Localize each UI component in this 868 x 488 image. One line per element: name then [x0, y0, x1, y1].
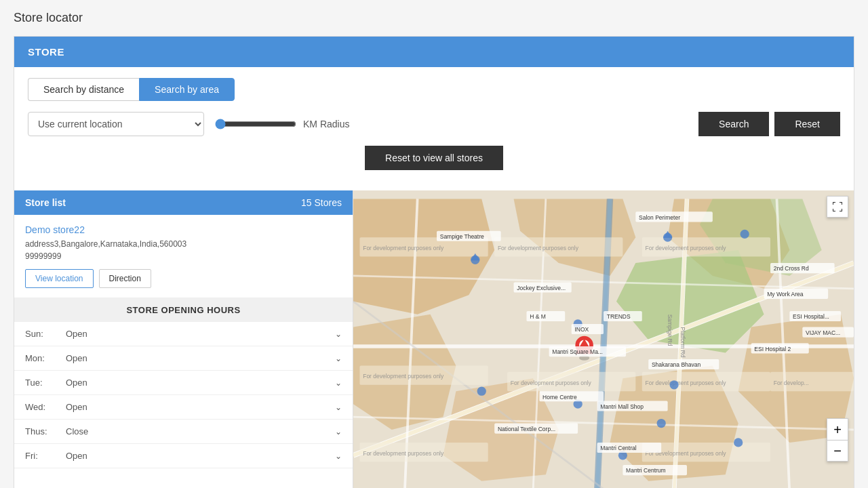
search-reset-buttons: Search Reset [698, 112, 840, 136]
svg-text:For development purposes only: For development purposes only [498, 245, 579, 251]
svg-point-51 [669, 380, 678, 389]
hours-status-mon: Open [66, 353, 335, 363]
zoom-out-button[interactable]: − [827, 440, 848, 462]
svg-point-50 [734, 438, 743, 447]
svg-text:ESI Hospital...: ESI Hospital... [793, 313, 829, 320]
reset-all-button[interactable]: Reset to view all stores [365, 146, 503, 170]
hours-status-sun: Open [66, 329, 335, 339]
svg-text:Home Centre: Home Centre [542, 394, 577, 401]
hours-day-mon: Mon: [25, 353, 66, 363]
location-row: Use current location KM Radius Search Re… [28, 112, 840, 136]
hours-row-thus[interactable]: Thus: Close ⌄ [14, 420, 353, 444]
svg-text:For development purposes only: For development purposes only [363, 450, 444, 457]
map-zoom-controls: + − [827, 418, 848, 462]
radius-slider[interactable] [215, 119, 296, 129]
svg-text:Sampige Rd: Sampige Rd [667, 314, 673, 346]
store-actions: View location Direction [25, 269, 342, 288]
zoom-in-button[interactable]: + [827, 418, 848, 440]
hours-day-wed: Wed: [25, 402, 66, 412]
reset-all-row: Reset to view all stores [28, 146, 840, 180]
store-count: 15 Stores [301, 197, 342, 208]
svg-text:For development purposes only: For development purposes only [363, 245, 444, 251]
chevron-down-icon-wed: ⌄ [335, 403, 342, 412]
svg-text:Mantri Square Ma...: Mantri Square Ma... [552, 348, 603, 355]
km-label: KM Radius [303, 119, 349, 129]
svg-text:Jockey Exclusive...: Jockey Exclusive... [517, 285, 566, 291]
chevron-down-icon-mon: ⌄ [335, 354, 342, 363]
hours-status-fri: Open [66, 451, 335, 461]
hours-status-wed: Open [66, 402, 335, 412]
svg-text:My Work Area: My Work Area [767, 291, 803, 298]
svg-text:INOX: INOX [574, 326, 589, 333]
map-fullscreen-button[interactable] [827, 196, 848, 218]
search-controls: Search by distance Search by area Use cu… [14, 67, 854, 190]
svg-text:Sampige Theatre: Sampige Theatre [440, 233, 484, 240]
svg-text:ESI Hospital 2: ESI Hospital 2 [754, 346, 791, 352]
svg-text:H & M: H & M [530, 313, 546, 320]
svg-text:2nd Cross Rd: 2nd Cross Rd [774, 265, 809, 272]
svg-text:VIJAY MAC...: VIJAY MAC... [806, 329, 840, 336]
direction-button[interactable]: Direction [99, 269, 151, 288]
hours-status-tue: Open [66, 378, 335, 388]
hours-day-fri: Fri: [25, 451, 66, 461]
hours-row-sun[interactable]: Sun: Open ⌄ [14, 322, 353, 346]
hours-row-fri[interactable]: Fri: Open ⌄ [14, 444, 353, 468]
svg-text:Shakarana Bhavan: Shakarana Bhavan [652, 361, 701, 368]
store-list-panel: Store list 15 Stores Demo store22 addres… [14, 190, 353, 488]
svg-point-45 [741, 230, 749, 239]
chevron-down-icon-thus: ⌄ [335, 427, 342, 436]
chevron-down-icon-sun: ⌄ [335, 329, 342, 339]
svg-text:Salon Perimeter: Salon Perimeter [639, 214, 680, 221]
svg-text:Platform Rd: Platform Rd [679, 327, 686, 358]
store-item: Demo store22 address3,Bangalore,Karnatak… [14, 215, 353, 298]
hours-day-sun: Sun: [25, 329, 66, 339]
svg-text:For development purposes only: For development purposes only [363, 373, 444, 380]
opening-hours-section: STORE OPENING HOURS Sun: Open ⌄ Mon: Ope… [14, 298, 353, 468]
tab-search-by-area[interactable]: Search by area [139, 78, 235, 101]
hours-row-mon[interactable]: Mon: Open ⌄ [14, 346, 353, 371]
tab-search-by-distance[interactable]: Search by distance [28, 78, 139, 101]
search-button[interactable]: Search [698, 112, 769, 136]
svg-text:Mantri Central: Mantri Central [600, 445, 636, 451]
chevron-down-icon-tue: ⌄ [335, 378, 342, 388]
hours-row-tue[interactable]: Tue: Open ⌄ [14, 371, 353, 395]
location-select[interactable]: Use current location [28, 112, 204, 136]
map-controls-top-right [827, 196, 848, 218]
map-canvas: For development purposes only For develo… [353, 190, 854, 488]
svg-text:For development purposes only: For development purposes only [511, 380, 592, 386]
svg-point-47 [477, 387, 486, 396]
map-panel[interactable]: For development purposes only For develo… [353, 190, 854, 488]
svg-text:Mantri Mall Shop: Mantri Mall Shop [600, 403, 644, 410]
main-content: Store list 15 Stores Demo store22 addres… [14, 190, 854, 488]
page-title: Store locator [14, 11, 854, 25]
svg-text:For develop...: For develop... [774, 380, 809, 386]
view-location-button[interactable]: View location [25, 269, 94, 288]
store-locator-container: STORE Search by distance Search by area … [14, 36, 854, 488]
fullscreen-icon [832, 201, 843, 212]
store-name[interactable]: Demo store22 [25, 224, 342, 235]
reset-button[interactable]: Reset [774, 112, 840, 136]
svg-text:Mantri Centrum: Mantri Centrum [626, 467, 666, 474]
slider-group: KM Radius [215, 119, 349, 129]
hours-status-thus: Close [66, 426, 335, 436]
store-address: address3,Bangalore,Karnataka,India,56000… [25, 238, 342, 262]
map-svg: For development purposes only For develo… [353, 190, 854, 488]
store-list-body[interactable]: Demo store22 address3,Bangalore,Karnatak… [14, 215, 353, 488]
svg-point-49 [657, 419, 666, 428]
store-list-title: Store list [25, 197, 66, 208]
store-list-header: Store list 15 Stores [14, 190, 353, 215]
svg-text:For development purposes only: For development purposes only [646, 380, 727, 386]
chevron-down-icon-fri: ⌄ [335, 451, 342, 461]
store-header: STORE [14, 37, 854, 67]
tab-row: Search by distance Search by area [28, 78, 840, 101]
hours-day-thus: Thus: [25, 426, 66, 436]
svg-text:For development purposes only: For development purposes only [646, 245, 727, 251]
opening-hours-title: STORE OPENING HOURS [14, 298, 353, 322]
hours-day-tue: Tue: [25, 378, 66, 388]
page-wrapper: Store locator STORE Search by distance S… [0, 0, 868, 488]
hours-row-wed[interactable]: Wed: Open ⌄ [14, 395, 353, 420]
svg-text:National Textile Corp...: National Textile Corp... [498, 426, 555, 432]
svg-text:TRENDS: TRENDS [607, 313, 631, 320]
store-header-title: STORE [28, 46, 64, 58]
